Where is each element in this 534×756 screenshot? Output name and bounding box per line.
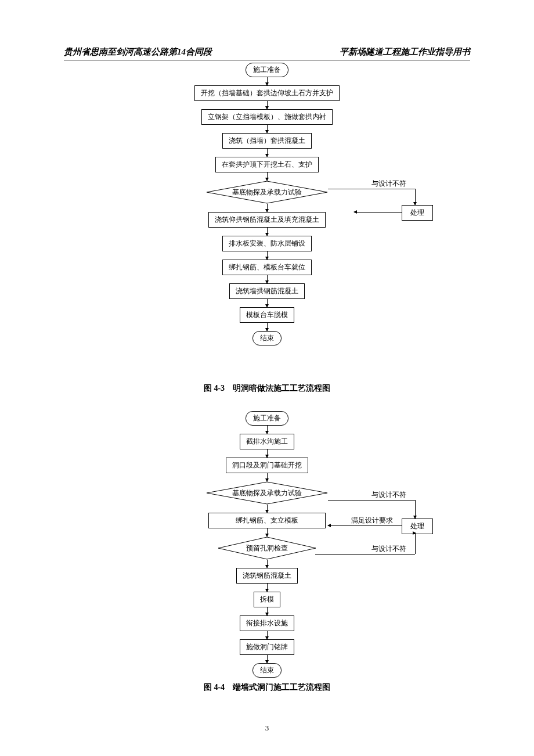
document-page: 贵州省思南至剑河高速公路第14合同段 平新场隧道工程施工作业指导用书 施工准备 … [0,0,534,756]
flowchart-2: 施工准备 截排水沟施工 洞口段及洞门基础开挖 基底物探及承载力试验 绑扎钢筋、支… [206,411,328,678]
arrow-icon [267,228,268,236]
arrow-icon [267,172,268,181]
flow2-decision-1: 基底物探及承载力试验 [206,481,328,505]
flow2-decision-2: 预留孔洞检查 [218,537,316,560]
header-left: 贵州省思南至剑河高速公路第14合同段 [64,46,212,57]
branch-label-1: 与设计不符 [371,490,406,500]
connector-line [328,525,402,526]
arrow-icon [267,204,268,212]
flow2-end-terminator: 结束 [252,663,282,678]
connector-line [354,212,402,213]
arrow-icon [267,426,268,434]
flow2-step-3: 浇筑钢筋混凝土 [236,568,298,584]
flow1-step-7: 绑扎钢筋、模板台车就位 [222,260,312,275]
page-number: 3 [265,723,269,733]
connector-line [315,554,415,555]
flowchart-1: 施工准备 开挖（挡墙基础）套拱边仰坡土石方并支护 立钢架（立挡墙模板）、施做套拱… [194,63,340,345]
arrow-icon [267,77,268,85]
flow2-start-terminator: 施工准备 [246,411,288,426]
flow1-step-8: 浇筑墙拱钢筋混凝土 [229,283,305,299]
flow1-step-5: 浇筑仰拱钢筋混凝土及填充混凝土 [208,212,326,228]
page-header: 贵州省思南至剑河高速公路第14合同段 平新场隧道工程施工作业指导用书 [0,46,534,57]
flow2-step-2: 洞口段及洞门基础开挖 [226,458,308,473]
arrow-icon [267,251,268,260]
flow1-branch: 与设计不符 处理 [328,180,444,226]
flow1-end-terminator: 结束 [252,331,282,345]
flow1-step-2: 立钢架（立挡墙模板）、施做套拱内衬 [201,109,333,125]
arrow-icon [267,584,268,592]
connector-line [328,500,415,501]
arrow-icon [267,505,268,513]
flow2-branch-process: 处理 [402,519,433,534]
arrow-icon [267,149,268,157]
arrow-icon [267,473,268,481]
flow2-step-6: 施做洞门铭牌 [240,639,294,655]
flow1-step-6: 排水板安装、防水层铺设 [222,236,312,251]
decision-label: 预留孔洞检查 [246,543,288,553]
branch-label: 与设计不符 [371,179,406,189]
arrow-icon [267,101,268,109]
flow1-step-1: 开挖（挡墙基础）套拱边仰坡土石方并支护 [194,85,340,101]
decision-label: 基底物探及承载力试验 [232,188,302,197]
flowchart-2-caption: 图 4-4 端墙式洞门施工工艺流程图 [204,682,330,693]
arrow-icon [267,449,268,458]
arrow-icon [267,323,268,331]
return-label: 满足设计要求 [351,516,393,525]
connector-line [328,189,415,189]
decision-label: 基底物探及承载力试验 [232,488,302,498]
arrow-icon [267,607,268,615]
header-right: 平新场隧道工程施工作业指导用书 [340,46,470,57]
flow1-branch-process: 处理 [402,205,433,221]
flow2-step-5: 衔接排水设施 [240,615,294,631]
arrow-icon [267,560,268,568]
branch-label-2: 与设计不符 [371,544,406,554]
flow2-step-mid: 绑扎钢筋、支立模板 [208,513,326,528]
arrow-icon [267,125,268,133]
flowchart-1-caption: 图 4-3 明洞暗做法施工工艺流程图 [204,383,330,394]
flow2-branch: 与设计不符 处理 满足设计要求 与设计不符 [328,491,444,567]
arrow-icon [267,275,268,283]
flow2-step-1: 截排水沟施工 [240,434,294,449]
flow1-step-3: 浇筑（挡墙）套拱混凝土 [222,133,312,149]
flow1-step-4: 在套拱护顶下开挖土石、支护 [215,157,319,172]
flow1-decision: 基底物探及承载力试验 [206,181,328,204]
connector-line [415,533,416,554]
connector-line [415,189,416,205]
arrow-icon [267,655,268,663]
arrow-icon [267,528,268,537]
arrow-icon [267,631,268,639]
flow2-step-4: 拆模 [254,592,280,607]
arrow-icon [267,299,268,307]
flow1-step-9: 模板台车脱模 [240,307,294,323]
flow1-start-terminator: 施工准备 [246,63,288,77]
connector-line [415,533,416,534]
connector-line [415,500,416,519]
